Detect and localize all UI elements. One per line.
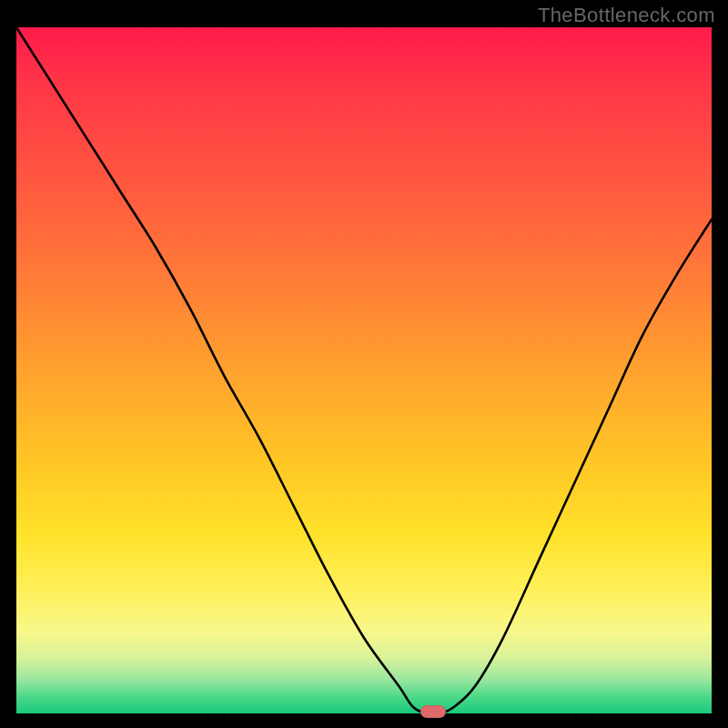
optimal-marker (420, 705, 446, 718)
plot-area (16, 27, 712, 713)
bottleneck-curve (16, 27, 712, 713)
watermark-text: TheBottleneck.com (538, 4, 715, 27)
chart-frame: TheBottleneck.com (0, 0, 728, 728)
